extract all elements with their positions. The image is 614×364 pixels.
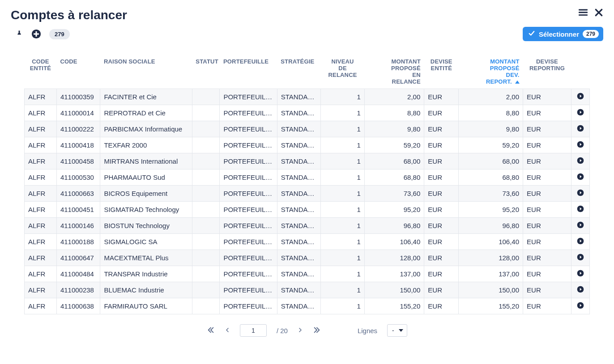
cell-raison: MIRTRANS International (100, 153, 192, 169)
row-action-button[interactable] (571, 282, 589, 298)
cell-montant_relance: 73,60 (364, 186, 424, 202)
col-statut[interactable]: STATUT (192, 55, 220, 89)
col-devise_entite[interactable]: DEVISEENTITÉ (424, 55, 459, 89)
cell-montant_relance: 59,20 (364, 137, 424, 153)
col-strategie[interactable]: STRATÉGIE (277, 55, 321, 89)
select-label: Sélectionner (539, 30, 579, 38)
cell-entity_code: ALFR (25, 105, 57, 121)
col-portefeuille[interactable]: PORTEFEUILLE (220, 55, 277, 89)
pin-icon[interactable] (15, 29, 23, 39)
select-all-button[interactable]: Sélectionner 279 (523, 27, 603, 41)
add-icon[interactable] (31, 29, 41, 39)
table-row: ALFR411000647MACEXTMETAL PlusPORTEFEUILL… (25, 250, 590, 266)
page-number-input[interactable] (240, 324, 267, 337)
last-page-icon[interactable] (313, 326, 321, 335)
cell-niveau: 1 (321, 282, 365, 298)
cell-devise_entite: EUR (424, 186, 459, 202)
row-action-button[interactable] (571, 202, 589, 218)
cell-entity_code: ALFR (25, 218, 57, 234)
cell-raison: FACINTER et Cie (100, 89, 192, 105)
cell-strategie: STANDARD (277, 234, 321, 250)
cell-entity_code: ALFR (25, 234, 57, 250)
col-niveau[interactable]: NIVEAUDERELANCE (321, 55, 365, 89)
first-page-icon[interactable] (207, 326, 215, 335)
col-raison[interactable]: RAISON SOCIALE (100, 55, 192, 89)
cell-statut (192, 121, 220, 137)
cell-portefeuille: PORTEFEUILLE 2 (220, 218, 277, 234)
row-action-button[interactable] (571, 137, 589, 153)
svg-rect-0 (579, 9, 588, 11)
table-row: ALFR411000484TRANSPAR IndustriePORTEFEUI… (25, 266, 590, 282)
cell-entity_code: ALFR (25, 121, 57, 137)
cell-devise_entite: EUR (424, 282, 459, 298)
svg-rect-1 (579, 12, 588, 13)
cell-montant_report: 73,60 (459, 186, 523, 202)
cell-devise_entite: EUR (424, 169, 459, 186)
cell-strategie: STANDARD (277, 153, 321, 169)
svg-rect-2 (579, 14, 588, 16)
cell-niveau: 1 (321, 137, 365, 153)
cell-strategie: STANDARD (277, 282, 321, 298)
cell-code: 411000238 (56, 282, 100, 298)
cell-entity_code: ALFR (25, 169, 57, 186)
row-action-button[interactable] (571, 153, 589, 169)
cell-code: 411000638 (56, 298, 100, 314)
cell-niveau: 1 (321, 186, 365, 202)
row-action-button[interactable] (571, 105, 589, 121)
cell-portefeuille: PORTEFEUILLE 2 (220, 121, 277, 137)
cell-niveau: 1 (321, 266, 365, 282)
row-action-button[interactable] (571, 234, 589, 250)
cell-montant_relance: 68,80 (364, 169, 424, 186)
col-code[interactable]: CODE (56, 55, 100, 89)
row-action-button[interactable] (571, 89, 589, 105)
next-page-icon[interactable] (298, 326, 303, 335)
cell-devise_entite: EUR (424, 266, 459, 282)
cell-code: 411000146 (56, 218, 100, 234)
cell-devise_report: EUR (523, 137, 571, 153)
cell-raison: SIGMATRAD Technology (100, 202, 192, 218)
cell-montant_report: 96,80 (459, 218, 523, 234)
cell-portefeuille: PORTEFEUILLE 2 (220, 298, 277, 314)
menu-icon[interactable] (578, 8, 588, 17)
cell-devise_entite: EUR (424, 121, 459, 137)
cell-code: 411000418 (56, 137, 100, 153)
row-action-button[interactable] (571, 218, 589, 234)
col-entity_code[interactable]: CODEENTITÉ (25, 55, 57, 89)
cell-devise_report: EUR (523, 186, 571, 202)
cell-devise_entite: EUR (424, 218, 459, 234)
col-devise_report[interactable]: DEVISEREPORTING (523, 55, 571, 89)
cell-montant_relance: 68,00 (364, 153, 424, 169)
arrow-right-circle-icon (577, 206, 584, 214)
cell-devise_report: EUR (523, 121, 571, 137)
cell-raison: TEXFAR 2000 (100, 137, 192, 153)
row-action-button[interactable] (571, 169, 589, 186)
cell-statut (192, 250, 220, 266)
cell-montant_relance: 8,80 (364, 105, 424, 121)
row-action-button[interactable] (571, 121, 589, 137)
close-icon[interactable] (594, 8, 603, 17)
cell-entity_code: ALFR (25, 89, 57, 105)
cell-montant_report: 8,80 (459, 105, 523, 121)
table-row: ALFR411000530PHARMAAUTO SudPORTEFEUILLE … (25, 169, 590, 186)
cell-statut (192, 153, 220, 169)
arrow-right-circle-icon (577, 254, 584, 262)
cell-devise_report: EUR (523, 234, 571, 250)
prev-page-icon[interactable] (225, 326, 230, 335)
cell-niveau: 1 (321, 153, 365, 169)
col-montant_relance[interactable]: MONTANTPROPOSÉENRELANCE (364, 55, 424, 89)
cell-montant_relance: 95,20 (364, 202, 424, 218)
arrow-right-circle-icon (577, 158, 584, 165)
table-row: ALFR411000663BICROS EquipementPORTEFEUIL… (25, 186, 590, 202)
row-action-button[interactable] (571, 250, 589, 266)
cell-strategie: STANDARD (277, 250, 321, 266)
arrow-right-circle-icon (577, 126, 584, 133)
row-action-button[interactable] (571, 186, 589, 202)
col-montant_report[interactable]: MONTANTPROPOSÉDEV.REPORT. (459, 55, 523, 89)
row-action-button[interactable] (571, 298, 589, 314)
table-row: ALFR411000014REPROTRAD et CiePORTEFEUILL… (25, 105, 590, 121)
lines-per-page-select[interactable]: - (387, 324, 407, 337)
row-action-button[interactable] (571, 266, 589, 282)
cell-devise_report: EUR (523, 202, 571, 218)
cell-entity_code: ALFR (25, 298, 57, 314)
arrow-right-circle-icon (577, 190, 584, 198)
